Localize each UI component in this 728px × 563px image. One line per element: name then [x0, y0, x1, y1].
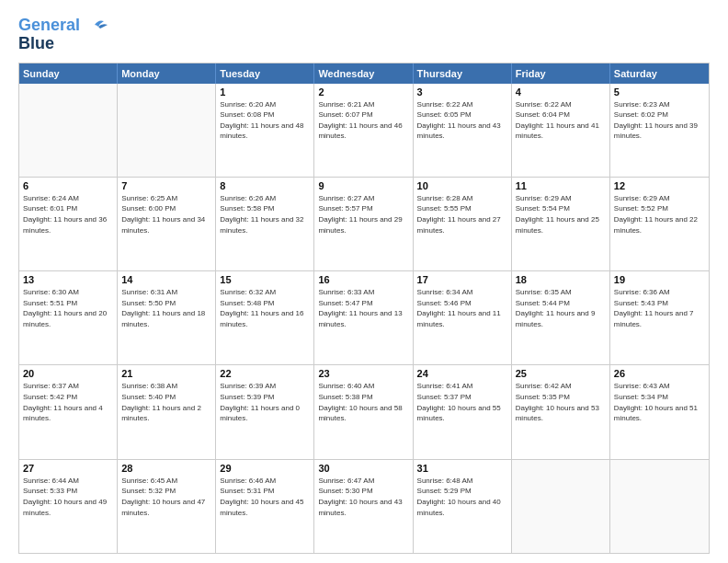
calendar-cell: 21Sunrise: 6:38 AMSunset: 5:40 PMDayligh…: [118, 365, 216, 458]
day-info: Sunrise: 6:44 AMSunset: 5:33 PMDaylight:…: [23, 476, 113, 518]
calendar-cell: 8Sunrise: 6:26 AMSunset: 5:58 PMDaylight…: [216, 178, 314, 270]
day-info: Sunrise: 6:23 AMSunset: 6:02 PMDaylight:…: [614, 99, 705, 142]
day-number: 9: [318, 180, 408, 191]
header-day-tuesday: Tuesday: [216, 63, 314, 84]
calendar-cell: 30Sunrise: 6:47 AMSunset: 5:30 PMDayligh…: [314, 460, 413, 553]
calendar-row-1: 6Sunrise: 6:24 AMSunset: 6:01 PMDaylight…: [19, 178, 709, 271]
calendar-row-2: 13Sunrise: 6:30 AMSunset: 5:51 PMDayligh…: [19, 271, 709, 365]
day-info: Sunrise: 6:22 AMSunset: 6:04 PMDaylight:…: [516, 99, 606, 142]
calendar-cell: 26Sunrise: 6:43 AMSunset: 5:34 PMDayligh…: [610, 365, 709, 458]
logo-bird-icon: [82, 17, 108, 36]
day-number: 22: [220, 368, 310, 379]
day-number: 16: [318, 274, 408, 285]
calendar-cell: 10Sunrise: 6:28 AMSunset: 5:55 PMDayligh…: [414, 178, 512, 270]
day-info: Sunrise: 6:35 AMSunset: 5:44 PMDaylight:…: [516, 287, 606, 329]
day-number: 17: [417, 274, 507, 285]
day-info: Sunrise: 6:20 AMSunset: 6:08 PMDaylight:…: [220, 99, 310, 142]
day-info: Sunrise: 6:37 AMSunset: 5:42 PMDaylight:…: [23, 381, 113, 423]
day-number: 26: [614, 368, 705, 379]
calendar-row-3: 20Sunrise: 6:37 AMSunset: 5:42 PMDayligh…: [19, 365, 709, 459]
calendar-cell: 11Sunrise: 6:29 AMSunset: 5:54 PMDayligh…: [512, 178, 610, 270]
calendar-cell: 15Sunrise: 6:32 AMSunset: 5:48 PMDayligh…: [216, 271, 314, 364]
calendar-cell: 16Sunrise: 6:33 AMSunset: 5:47 PMDayligh…: [314, 271, 413, 364]
calendar-cell: 19Sunrise: 6:36 AMSunset: 5:43 PMDayligh…: [610, 271, 709, 364]
calendar-cell: 12Sunrise: 6:29 AMSunset: 5:52 PMDayligh…: [610, 178, 709, 270]
day-number: 18: [516, 274, 606, 285]
header-day-thursday: Thursday: [414, 63, 512, 84]
day-number: 13: [23, 274, 113, 285]
calendar-cell: 2Sunrise: 6:21 AMSunset: 6:07 PMDaylight…: [314, 84, 413, 177]
calendar-cell: 18Sunrise: 6:35 AMSunset: 5:44 PMDayligh…: [512, 271, 610, 364]
day-info: Sunrise: 6:40 AMSunset: 5:38 PMDaylight:…: [318, 381, 408, 423]
day-info: Sunrise: 6:36 AMSunset: 5:43 PMDaylight:…: [614, 287, 705, 329]
day-info: Sunrise: 6:41 AMSunset: 5:37 PMDaylight:…: [417, 381, 507, 423]
day-info: Sunrise: 6:38 AMSunset: 5:40 PMDaylight:…: [121, 381, 211, 423]
calendar-cell: 24Sunrise: 6:41 AMSunset: 5:37 PMDayligh…: [414, 365, 512, 458]
day-info: Sunrise: 6:27 AMSunset: 5:57 PMDaylight:…: [318, 193, 408, 236]
day-number: 7: [121, 180, 211, 191]
day-number: 1: [220, 86, 310, 98]
day-number: 12: [614, 180, 705, 191]
day-number: 6: [23, 180, 113, 191]
day-number: 14: [121, 274, 211, 285]
calendar-cell: 1Sunrise: 6:20 AMSunset: 6:08 PMDaylight…: [216, 84, 314, 177]
day-info: Sunrise: 6:42 AMSunset: 5:35 PMDaylight:…: [516, 381, 606, 423]
header-day-wednesday: Wednesday: [314, 63, 413, 84]
day-info: Sunrise: 6:29 AMSunset: 5:54 PMDaylight:…: [516, 193, 606, 236]
calendar-cell: 17Sunrise: 6:34 AMSunset: 5:46 PMDayligh…: [414, 271, 512, 364]
header: GeneralBlue: [18, 17, 710, 53]
calendar-row-0: 1Sunrise: 6:20 AMSunset: 6:08 PMDaylight…: [19, 84, 709, 178]
day-info: Sunrise: 6:29 AMSunset: 5:52 PMDaylight:…: [614, 193, 705, 236]
calendar-cell: 23Sunrise: 6:40 AMSunset: 5:38 PMDayligh…: [314, 365, 413, 458]
calendar-cell: [118, 84, 216, 177]
day-number: 19: [614, 274, 705, 285]
header-day-sunday: Sunday: [19, 63, 118, 84]
day-info: Sunrise: 6:47 AMSunset: 5:30 PMDaylight:…: [318, 476, 408, 518]
day-info: Sunrise: 6:46 AMSunset: 5:31 PMDaylight:…: [220, 476, 310, 518]
calendar-cell: [19, 84, 118, 177]
header-day-monday: Monday: [118, 63, 216, 84]
calendar-cell: 28Sunrise: 6:45 AMSunset: 5:32 PMDayligh…: [118, 460, 216, 553]
day-info: Sunrise: 6:45 AMSunset: 5:32 PMDaylight:…: [121, 476, 211, 518]
day-number: 31: [417, 463, 507, 474]
calendar-cell: 9Sunrise: 6:27 AMSunset: 5:57 PMDaylight…: [314, 178, 413, 270]
day-info: Sunrise: 6:33 AMSunset: 5:47 PMDaylight:…: [318, 287, 408, 329]
calendar-cell: 31Sunrise: 6:48 AMSunset: 5:29 PMDayligh…: [414, 460, 512, 553]
calendar-cell: 7Sunrise: 6:25 AMSunset: 6:00 PMDaylight…: [118, 178, 216, 270]
day-number: 25: [516, 368, 606, 379]
day-info: Sunrise: 6:31 AMSunset: 5:50 PMDaylight:…: [121, 287, 211, 329]
day-number: 21: [121, 368, 211, 379]
header-day-friday: Friday: [512, 63, 610, 84]
day-info: Sunrise: 6:43 AMSunset: 5:34 PMDaylight:…: [614, 381, 705, 423]
day-info: Sunrise: 6:34 AMSunset: 5:46 PMDaylight:…: [417, 287, 507, 329]
day-info: Sunrise: 6:48 AMSunset: 5:29 PMDaylight:…: [417, 476, 507, 518]
calendar-cell: 6Sunrise: 6:24 AMSunset: 6:01 PMDaylight…: [19, 178, 118, 270]
day-info: Sunrise: 6:26 AMSunset: 5:58 PMDaylight:…: [220, 193, 310, 236]
calendar-row-4: 27Sunrise: 6:44 AMSunset: 5:33 PMDayligh…: [19, 460, 709, 553]
day-info: Sunrise: 6:21 AMSunset: 6:07 PMDaylight:…: [318, 99, 408, 142]
calendar-cell: 14Sunrise: 6:31 AMSunset: 5:50 PMDayligh…: [118, 271, 216, 364]
calendar-cell: 25Sunrise: 6:42 AMSunset: 5:35 PMDayligh…: [512, 365, 610, 458]
calendar-body: 1Sunrise: 6:20 AMSunset: 6:08 PMDaylight…: [19, 84, 709, 553]
day-number: 2: [318, 86, 408, 98]
day-number: 3: [417, 86, 507, 98]
calendar-cell: 3Sunrise: 6:22 AMSunset: 6:05 PMDaylight…: [414, 84, 512, 177]
calendar-cell: [512, 460, 610, 553]
day-number: 11: [516, 180, 606, 191]
day-number: 5: [614, 86, 705, 98]
day-info: Sunrise: 6:22 AMSunset: 6:05 PMDaylight:…: [417, 99, 507, 142]
day-number: 28: [121, 463, 211, 474]
calendar: SundayMondayTuesdayWednesdayThursdayFrid…: [18, 63, 710, 554]
calendar-cell: 5Sunrise: 6:23 AMSunset: 6:02 PMDaylight…: [610, 84, 709, 177]
day-number: 15: [220, 274, 310, 285]
calendar-cell: 22Sunrise: 6:39 AMSunset: 5:39 PMDayligh…: [216, 365, 314, 458]
day-info: Sunrise: 6:24 AMSunset: 6:01 PMDaylight:…: [23, 193, 113, 236]
page: GeneralBlue SundayMondayTuesdayWednesday…: [0, 0, 728, 563]
logo: GeneralBlue: [18, 17, 108, 53]
day-number: 23: [318, 368, 408, 379]
day-info: Sunrise: 6:32 AMSunset: 5:48 PMDaylight:…: [220, 287, 310, 329]
calendar-cell: 4Sunrise: 6:22 AMSunset: 6:04 PMDaylight…: [512, 84, 610, 177]
day-number: 24: [417, 368, 507, 379]
day-number: 10: [417, 180, 507, 191]
calendar-header: SundayMondayTuesdayWednesdayThursdayFrid…: [19, 63, 709, 84]
